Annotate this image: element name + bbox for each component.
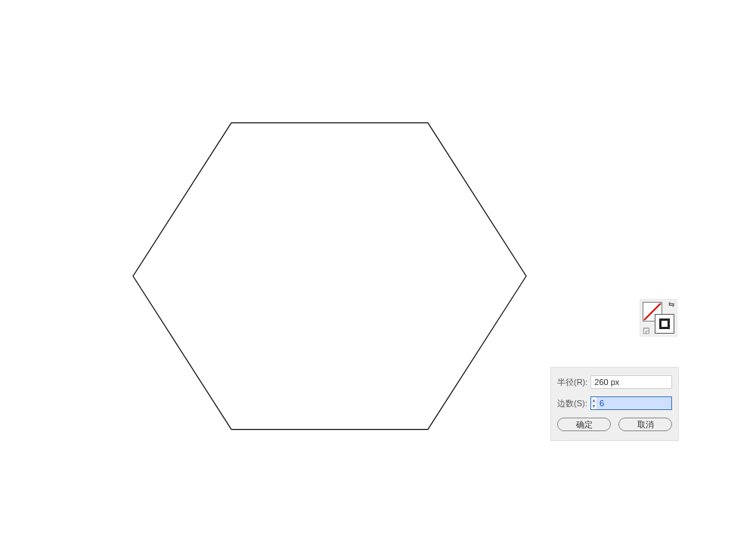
svg-marker-0 [133, 123, 526, 429]
sides-stepper[interactable]: ▲ ▼ [590, 396, 672, 410]
polygon-options-dialog: 半径(R): 边数(S): ▲ ▼ 确定 取消 [550, 367, 679, 441]
stroke-swatch[interactable] [655, 314, 674, 334]
canvas-area[interactable] [0, 0, 756, 553]
ok-button[interactable]: 确定 [557, 418, 611, 431]
sides-input[interactable] [597, 397, 671, 409]
cancel-button-label: 取消 [637, 419, 654, 430]
fill-stroke-widget: ⇆ ◲ [640, 299, 677, 337]
default-fill-stroke-icon[interactable]: ◲ [641, 326, 650, 335]
cancel-button[interactable]: 取消 [618, 418, 672, 431]
sides-label: 边数(S): [557, 398, 587, 409]
sides-increment-button[interactable]: ▲ [591, 397, 596, 403]
sides-decrement-button[interactable]: ▼ [591, 403, 596, 409]
hexagon-shape[interactable] [0, 0, 756, 553]
swap-fill-stroke-icon[interactable]: ⇆ [667, 300, 676, 309]
ok-button-label: 确定 [576, 419, 593, 430]
radius-label: 半径(R): [557, 377, 587, 388]
radius-input[interactable] [590, 375, 672, 389]
